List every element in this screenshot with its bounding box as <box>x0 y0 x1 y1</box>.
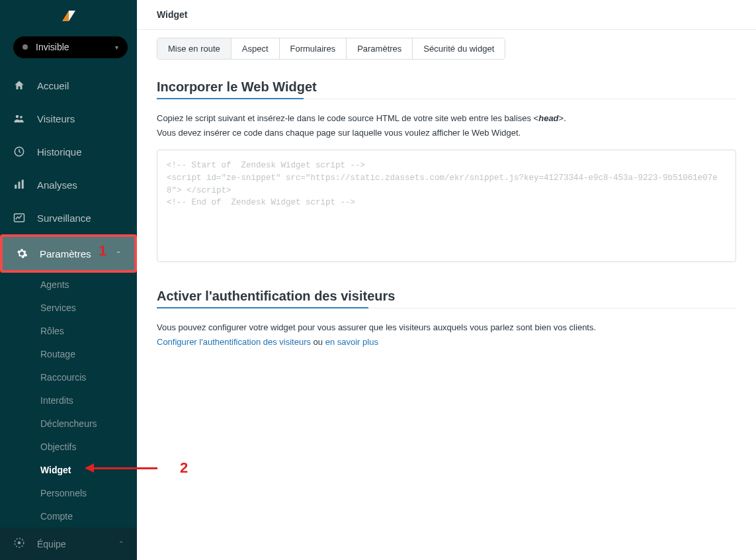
annotation-number-2: 2 <box>180 459 188 477</box>
team-icon <box>13 537 30 551</box>
sub-roles[interactable]: Rôles <box>17 319 137 342</box>
clock-icon <box>13 146 30 158</box>
nav-equipe[interactable]: Équipe ⌃ <box>0 528 137 560</box>
embed-heading: Incorporer le Web Widget <box>157 79 736 99</box>
text: Copiez le script suivant et insérez-le d… <box>157 113 538 123</box>
section-auth: Activer l'authentification des visiteurs… <box>157 289 736 350</box>
sub-label: Widget <box>40 465 71 475</box>
sub-compte[interactable]: Compte <box>17 504 137 528</box>
text: >. <box>559 113 566 123</box>
annotation-arrow-2: 2 <box>86 459 188 477</box>
sub-label: Routage <box>40 349 75 359</box>
nav-label: Équipe <box>37 539 118 549</box>
sub-label: Déclencheurs <box>40 418 97 429</box>
svg-rect-5 <box>15 185 17 189</box>
status-dot-icon <box>22 44 28 50</box>
tab-formulaires[interactable]: Formulaires <box>280 38 347 59</box>
parametres-subnav: Agents Services Rôles Routage Raccourcis… <box>17 273 137 528</box>
chevron-down-icon: ▾ <box>115 44 118 51</box>
auth-p1: Vous pouvez configurer votre widget pour… <box>157 320 736 335</box>
sub-label: Interdits <box>40 395 73 406</box>
svg-marker-0 <box>62 11 69 21</box>
chevron-up-icon: ⌃ <box>118 540 124 547</box>
embed-p2: Vous devez insérer ce code dans chaque p… <box>157 126 736 140</box>
logo-icon <box>60 8 78 24</box>
tab-securite[interactable]: Sécurité du widget <box>413 38 505 59</box>
tab-aspect[interactable]: Aspect <box>231 38 280 59</box>
svg-marker-1 <box>69 11 75 21</box>
sub-label: Personnels <box>40 488 87 498</box>
code-snippet-box[interactable]: <!-- Start of Zendesk Widget script --> … <box>157 150 736 262</box>
tab-parametres[interactable]: Paramètres <box>347 38 413 59</box>
nav-label: Surveillance <box>37 212 124 224</box>
nav-historique[interactable]: Historique <box>0 135 137 168</box>
sub-label: Agents <box>40 279 69 290</box>
sub-label: Services <box>40 303 76 313</box>
sub-routage[interactable]: Routage <box>17 342 137 365</box>
svg-point-2 <box>16 115 19 118</box>
main-content: Widget Mise en route Aspect Formulaires … <box>137 0 756 560</box>
head-tag: head <box>538 113 558 123</box>
nav-label: Analyses <box>37 179 124 191</box>
nav-label: Visiteurs <box>37 113 124 124</box>
svg-rect-6 <box>19 182 21 189</box>
sub-label: Raccourcis <box>40 372 86 383</box>
svg-point-3 <box>20 116 22 118</box>
sub-label: Rôles <box>40 326 64 336</box>
sub-agents[interactable]: Agents <box>17 273 137 296</box>
section-embed: Incorporer le Web Widget Copiez le scrip… <box>157 79 736 262</box>
chart-icon <box>13 212 30 224</box>
link-configure-auth[interactable]: Configurer l'authentification des visite… <box>157 337 311 347</box>
sub-raccourcis[interactable]: Raccourcis <box>17 365 137 389</box>
link-learn-more[interactable]: en savoir plus <box>325 337 378 347</box>
svg-point-10 <box>18 541 21 545</box>
sub-services[interactable]: Services <box>17 296 137 319</box>
page-title: Widget <box>137 0 756 30</box>
status-selector[interactable]: Invisible ▾ <box>13 36 128 58</box>
nav-label: Historique <box>37 146 124 158</box>
annotation-highlight-1: Paramètres ⌃ 1 <box>0 234 137 273</box>
arrow-line-icon <box>86 467 157 469</box>
sub-interdits[interactable]: Interdits <box>17 389 137 412</box>
svg-rect-7 <box>22 180 24 189</box>
auth-links: Configurer l'authentification des visite… <box>157 335 736 350</box>
tabs: Mise en route Aspect Formulaires Paramèt… <box>157 38 505 60</box>
nav-visiteurs[interactable]: Visiteurs <box>0 102 137 135</box>
sub-personnels[interactable]: Personnels <box>17 481 137 504</box>
nav-analyses[interactable]: Analyses <box>0 168 137 201</box>
main-nav: Accueil Visiteurs Historique Analyses Su… <box>0 69 137 234</box>
embed-p1: Copiez le script suivant et insérez-le d… <box>157 111 736 126</box>
tab-mise-en-route[interactable]: Mise en route <box>157 38 231 59</box>
nav-accueil[interactable]: Accueil <box>0 69 137 102</box>
logo-area <box>0 0 137 32</box>
users-icon <box>13 113 30 124</box>
nav-surveillance[interactable]: Surveillance <box>0 201 137 234</box>
link-separator: ou <box>311 337 325 347</box>
sub-label: Objectifs <box>40 442 76 452</box>
chevron-up-icon: ⌃ <box>116 250 121 257</box>
status-label: Invisible <box>36 42 115 52</box>
annotation-number-1: 1 <box>99 242 106 259</box>
sub-objectifs[interactable]: Objectifs <box>17 435 137 458</box>
bars-icon <box>13 179 30 191</box>
nav-label: Accueil <box>37 80 124 91</box>
auth-heading: Activer l'authentification des visiteurs <box>157 289 736 308</box>
sub-declencheurs[interactable]: Déclencheurs <box>17 412 137 435</box>
nav-parametres[interactable]: Paramètres ⌃ <box>3 237 134 270</box>
gear-icon <box>16 248 33 259</box>
home-icon <box>13 79 30 91</box>
sub-label: Compte <box>40 511 73 522</box>
